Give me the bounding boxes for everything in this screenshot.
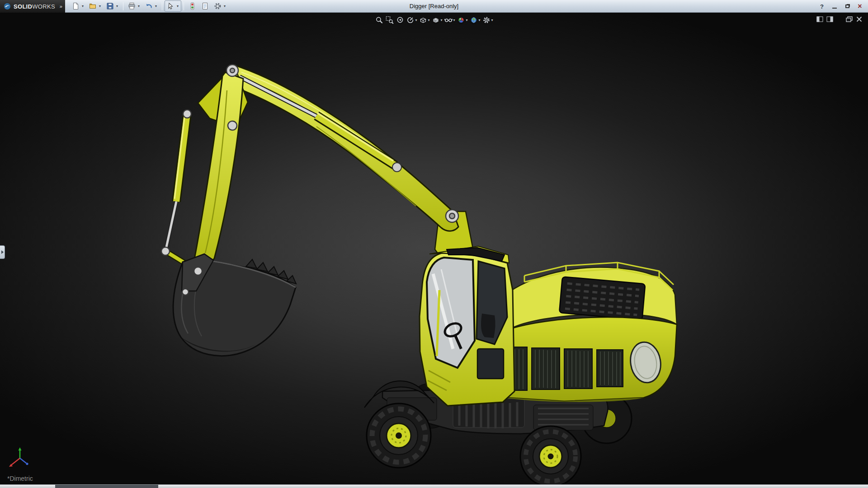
dropdown-caret[interactable]: ▾ xyxy=(453,18,455,22)
excavator-bucket-cylinder xyxy=(165,114,187,251)
apply-scene-globe-icon xyxy=(470,16,478,24)
select-group: ▾ xyxy=(165,0,181,12)
app-icon xyxy=(4,3,11,10)
model-digger[interactable] xyxy=(0,13,868,484)
excavator-cab xyxy=(420,246,514,406)
close-document-button[interactable] xyxy=(856,16,863,22)
previous-view-icon xyxy=(396,16,404,24)
logo-text: SOLIDWORKS xyxy=(14,2,55,10)
previous-view-button[interactable] xyxy=(395,16,405,24)
graphics-viewport[interactable]: ▾ ▾ ▾ ▾ xyxy=(0,13,868,484)
options-group: ▾ xyxy=(212,0,228,12)
apply-scene-button[interactable]: ▾ xyxy=(469,16,481,24)
quick-access-toolbar: ▾ ▾ ▾ xyxy=(65,0,228,12)
dropdown-caret[interactable]: ▾ xyxy=(428,18,429,22)
print-group: ▾ xyxy=(126,0,142,12)
dropdown-caret[interactable]: ▾ xyxy=(98,4,102,8)
status-segment xyxy=(55,485,158,488)
dropdown-caret[interactable]: ▾ xyxy=(466,18,468,22)
dropdown-caret[interactable]: ▾ xyxy=(415,18,417,22)
restore-document-icon xyxy=(846,16,853,22)
dropdown-caret[interactable]: ▾ xyxy=(175,4,180,8)
new-document-group: ▾ xyxy=(70,0,86,12)
file-properties-icon xyxy=(201,2,209,10)
undo-button[interactable] xyxy=(144,1,154,11)
split-pane-left-button[interactable] xyxy=(816,16,823,22)
view-orientation-cube-icon xyxy=(419,16,427,24)
file-properties-button[interactable] xyxy=(200,1,210,11)
dropdown-caret[interactable]: ▾ xyxy=(154,4,158,8)
split-pane-left-icon xyxy=(816,16,823,22)
zoom-to-fit-button[interactable] xyxy=(374,16,384,24)
section-view-button[interactable]: ▾ xyxy=(406,16,417,24)
print-button[interactable] xyxy=(127,1,137,11)
excavator-engine-hatch xyxy=(559,277,645,320)
view-orientation-label: *Dimetric xyxy=(7,475,33,482)
file-properties-group xyxy=(199,0,211,12)
hide-show-glasses-icon xyxy=(444,16,453,24)
excavator-body xyxy=(492,263,677,402)
dropdown-caret[interactable]: ▾ xyxy=(222,4,227,8)
open-icon xyxy=(89,2,97,10)
orientation-triad xyxy=(8,447,33,471)
section-view-icon xyxy=(406,16,415,24)
restore-icon xyxy=(845,5,849,8)
edit-appearance-button[interactable]: ▾ xyxy=(457,16,468,24)
toolbar-separator xyxy=(184,2,184,10)
save-button[interactable] xyxy=(105,1,115,11)
options-gear-icon xyxy=(214,2,222,10)
dropdown-caret[interactable]: ▾ xyxy=(80,4,85,8)
open-group: ▾ xyxy=(87,0,104,12)
dropdown-caret[interactable]: ▾ xyxy=(479,18,481,22)
toolbar-separator xyxy=(123,2,123,10)
excavator-wheel-front xyxy=(367,404,431,468)
restore-button[interactable] xyxy=(842,2,853,11)
close-button[interactable]: × xyxy=(854,2,865,11)
solidworks-logo: SOLIDWORKS xyxy=(0,0,60,13)
menu-expander-button[interactable]: » xyxy=(60,0,65,13)
undo-group: ▾ xyxy=(143,0,160,12)
dropdown-caret[interactable]: ▾ xyxy=(440,18,442,22)
dropdown-caret[interactable]: ▾ xyxy=(115,4,119,8)
save-group: ▾ xyxy=(104,0,121,12)
featuremanager-collapsed-tab[interactable] xyxy=(0,245,5,259)
display-style-button[interactable]: ▾ xyxy=(431,16,443,24)
minimize-icon xyxy=(832,8,837,9)
split-pane-right-button[interactable] xyxy=(826,16,833,22)
view-settings-gear-icon xyxy=(482,16,491,24)
excavator-wheel-rear xyxy=(520,426,581,484)
minimize-button[interactable] xyxy=(829,2,840,11)
zoom-to-area-button[interactable] xyxy=(385,16,394,24)
view-orientation-button[interactable]: ▾ xyxy=(418,16,430,24)
new-document-icon xyxy=(72,2,80,10)
expand-arrow-icon xyxy=(1,250,4,254)
cab-door-window xyxy=(477,349,504,379)
restore-document-button[interactable] xyxy=(846,16,853,22)
select-button[interactable] xyxy=(166,1,175,11)
open-button[interactable] xyxy=(88,1,98,11)
edit-appearance-ball-icon xyxy=(457,16,466,24)
split-pane-right-icon xyxy=(826,16,833,22)
undo-icon xyxy=(145,2,153,10)
excavator-bucket xyxy=(173,254,296,356)
rebuild-button[interactable] xyxy=(188,1,197,11)
cab-seat xyxy=(481,314,495,338)
rebuild-icon xyxy=(189,2,196,10)
hide-show-items-button[interactable]: ▾ xyxy=(443,16,455,24)
window-controls: ? × xyxy=(816,0,865,13)
display-style-icon xyxy=(431,16,440,24)
zoom-to-area-icon xyxy=(385,16,394,24)
view-settings-button[interactable]: ▾ xyxy=(482,16,494,24)
options-button[interactable] xyxy=(213,1,222,11)
dropdown-caret[interactable]: ▾ xyxy=(491,18,493,22)
help-button[interactable]: ? xyxy=(816,2,827,11)
dropdown-caret[interactable]: ▾ xyxy=(137,4,141,8)
titlebar: SOLIDWORKS » ▾ ▾ xyxy=(0,0,868,13)
solidworks-window: SOLIDWORKS » ▾ ▾ xyxy=(0,0,868,488)
status-bar xyxy=(0,484,868,488)
zoom-to-fit-icon xyxy=(375,16,383,24)
toolbar-separator xyxy=(162,2,162,10)
headsup-view-toolbar: ▾ ▾ ▾ ▾ xyxy=(374,16,493,24)
document-window-controls xyxy=(816,16,863,22)
new-document-button[interactable] xyxy=(71,1,80,11)
